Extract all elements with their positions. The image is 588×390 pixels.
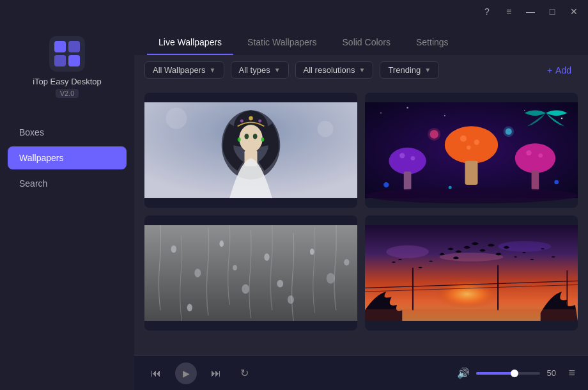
svg-point-59 — [386, 246, 429, 258]
svg-point-31 — [515, 143, 555, 173]
sidebar-item-search[interactable]: Search — [8, 172, 127, 195]
filter-trending[interactable]: Trending ▼ — [380, 61, 439, 79]
svg-point-61 — [440, 253, 504, 261]
svg-point-25 — [467, 146, 471, 150]
add-label: Add — [555, 65, 571, 75]
svg-rect-67 — [365, 309, 578, 321]
version-badge: V2.0 — [56, 89, 79, 98]
svg-rect-26 — [465, 161, 478, 185]
menu-button[interactable]: ≡ — [500, 3, 518, 20]
tab-live-wallpapers[interactable]: Live Wallpapers — [147, 31, 233, 55]
play-button[interactable]: ▶ — [175, 363, 197, 384]
svg-rect-30 — [404, 171, 412, 190]
content-area: Live Wallpapers Static Wallpapers Solid … — [134, 23, 588, 390]
close-button[interactable]: ✕ — [565, 3, 583, 20]
volume-number: 50 — [546, 368, 562, 378]
tab-settings[interactable]: Settings — [405, 31, 460, 55]
chevron-down-icon: ▼ — [210, 66, 216, 74]
tab-solid-colors[interactable]: Solid Colors — [331, 31, 402, 55]
svg-rect-34 — [532, 171, 539, 191]
wallpaper-card-4[interactable] — [365, 215, 578, 331]
svg-point-24 — [474, 139, 479, 144]
add-icon: + — [547, 65, 552, 75]
app-body: iTop Easy Desktop V2.0 Boxes Wallpapers … — [0, 23, 588, 390]
svg-point-22 — [445, 127, 498, 164]
filter-trending-label: Trending — [388, 65, 421, 75]
logo-wrap: iTop Easy Desktop V2.0 — [33, 36, 102, 98]
filter-bar: All Wallpapers ▼ All types ▼ All resolut… — [134, 55, 588, 85]
svg-point-42 — [449, 186, 452, 189]
svg-point-23 — [460, 136, 467, 142]
sidebar-item-wallpapers[interactable]: Wallpapers — [8, 146, 127, 169]
filter-all-wallpapers[interactable]: All Wallpapers ▼ — [144, 61, 224, 79]
maximize-button[interactable]: □ — [543, 3, 561, 20]
volume-fill — [476, 372, 514, 375]
volume-slider[interactable] — [476, 372, 540, 375]
svg-rect-56 — [144, 225, 357, 321]
volume-icon: 🔊 — [457, 367, 470, 379]
tab-static-wallpapers[interactable]: Static Wallpapers — [236, 31, 328, 55]
svg-point-29 — [411, 156, 415, 160]
volume-thumb[interactable] — [511, 370, 518, 377]
title-bar: ? ≡ — □ ✕ — [0, 0, 588, 23]
logo-square-tl — [54, 41, 66, 52]
svg-rect-14 — [144, 102, 357, 198]
svg-point-27 — [389, 148, 426, 175]
logo-square-br — [68, 55, 80, 66]
svg-point-32 — [526, 150, 531, 155]
svg-point-17 — [406, 107, 408, 108]
volume-section: 🔊 50 ≡ — [457, 366, 575, 380]
filter-all-types[interactable]: All types ▼ — [231, 61, 289, 79]
filter-all-types-label: All types — [239, 65, 270, 75]
chevron-down-icon: ▼ — [359, 66, 366, 74]
next-button[interactable]: ⏭ — [207, 364, 225, 382]
svg-point-16 — [380, 113, 382, 114]
chevron-down-icon: ▼ — [424, 66, 431, 74]
svg-point-39 — [365, 187, 578, 203]
wallpaper-card-2[interactable] — [365, 93, 578, 208]
logo-square-tr — [68, 41, 80, 52]
svg-point-19 — [524, 110, 525, 111]
prev-button[interactable]: ⏮ — [147, 364, 165, 382]
add-button[interactable]: + Add — [541, 62, 578, 79]
app-name: iTop Easy Desktop — [33, 77, 102, 86]
tab-bar: Live Wallpapers Static Wallpapers Solid … — [134, 23, 588, 55]
chevron-down-icon: ▼ — [274, 66, 281, 74]
filter-all-wallpapers-label: All Wallpapers — [153, 65, 206, 75]
svg-point-18 — [444, 115, 445, 116]
svg-point-28 — [399, 153, 405, 158]
wallpaper-card-3[interactable] — [144, 215, 357, 331]
svg-point-20 — [561, 118, 562, 119]
app-logo — [49, 36, 85, 72]
help-button[interactable]: ? — [478, 3, 496, 20]
svg-point-38 — [503, 127, 514, 137]
playlist-icon[interactable]: ≡ — [568, 366, 575, 380]
minimize-button[interactable]: — — [522, 3, 539, 20]
svg-point-36 — [428, 128, 440, 141]
wallpaper-card-1[interactable] — [144, 93, 357, 208]
svg-point-41 — [554, 180, 559, 185]
filter-all-resolutions[interactable]: All resolutions ▼ — [295, 61, 374, 79]
svg-point-40 — [383, 182, 389, 187]
sidebar-item-boxes[interactable]: Boxes — [8, 121, 127, 144]
wallpaper-grid — [134, 85, 588, 355]
player-bar: ⏮ ▶ ⏭ ↻ 🔊 50 ≡ — [134, 355, 588, 390]
filter-all-resolutions-label: All resolutions — [304, 65, 355, 75]
svg-point-33 — [538, 153, 543, 158]
sidebar-nav: Boxes Wallpapers Search — [0, 121, 134, 195]
sidebar: iTop Easy Desktop V2.0 Boxes Wallpapers … — [0, 23, 134, 390]
loop-button[interactable]: ↻ — [235, 364, 253, 382]
logo-square-bl — [54, 55, 66, 66]
